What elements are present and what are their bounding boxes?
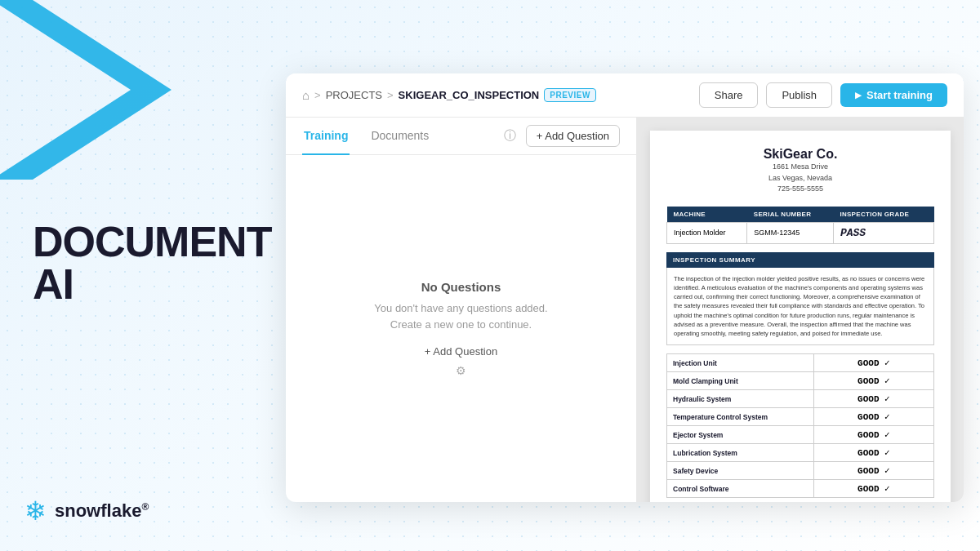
preview-badge: PREVIEW: [544, 88, 596, 102]
chevron-decoration: [0, 0, 196, 204]
checklist-row: Control SoftwareGOOD ✓: [667, 480, 934, 498]
registered-mark: ®: [141, 501, 149, 513]
breadcrumb-nav: ⌂ > PROJECTS > SKIGEAR_CO_INSPECTION PRE…: [302, 88, 699, 102]
summary-text: The inspection of the injection molder y…: [666, 268, 934, 346]
snowflake-icon: ❄: [24, 495, 47, 527]
checklist-value: GOOD ✓: [813, 444, 933, 462]
checklist-value: GOOD ✓: [813, 390, 933, 408]
empty-state-title: No Questions: [421, 280, 501, 294]
svg-marker-0: [0, 0, 172, 180]
header-actions: Share Publish Start training: [699, 82, 947, 108]
publish-button[interactable]: Publish: [766, 82, 832, 108]
checklist-row: Lubrication SystemGOOD ✓: [667, 444, 934, 462]
home-icon[interactable]: ⌂: [302, 88, 310, 102]
left-panel: Training Documents ⓘ + Add Question No Q…: [286, 118, 637, 502]
company-address-1: 1661 Mesa Drive: [666, 162, 934, 173]
brand-text: DOCUMENT AI: [33, 220, 271, 305]
machine-table: MACHINE SERIAL NUMBER INSPECTION GRADE I…: [666, 207, 934, 244]
checklist-item: Ejector System: [667, 426, 814, 444]
breadcrumb-separator-1: >: [314, 89, 321, 101]
checklist-row: Ejector SystemGOOD ✓: [667, 426, 934, 444]
checklist-row: Safety DeviceGOOD ✓: [667, 462, 934, 480]
main-panel: ⌂ > PROJECTS > SKIGEAR_CO_INSPECTION PRE…: [286, 73, 964, 502]
checklist-row: Mold Clamping UnitGOOD ✓: [667, 372, 934, 390]
breadcrumb-separator-2: >: [387, 89, 394, 101]
share-button[interactable]: Share: [699, 82, 759, 108]
checklist-row: Temperature Control SystemGOOD ✓: [667, 408, 934, 426]
document-preview-panel: SkiGear Co. 1661 Mesa Drive Las Vegas, N…: [637, 118, 964, 502]
table-row: Injection Molder SGMM-12345 PASS: [667, 222, 934, 243]
nav-projects[interactable]: PROJECTS: [326, 89, 382, 101]
grade-value: PASS: [833, 222, 933, 243]
tabs-bar: Training Documents ⓘ + Add Question: [286, 118, 636, 155]
brand-document: DOCUMENT: [33, 220, 271, 263]
add-question-button-top[interactable]: + Add Question: [526, 125, 620, 147]
summary-header: INSPECTION SUMMARY: [666, 252, 934, 268]
checklist-item: Control Software: [667, 480, 814, 498]
checklist-value: GOOD ✓: [813, 480, 933, 498]
checklist-value: GOOD ✓: [813, 354, 933, 372]
info-icon[interactable]: ⓘ: [504, 128, 516, 144]
snowflake-name: snowflake®: [55, 500, 149, 522]
snowflake-brand: ❄ snowflake®: [24, 495, 149, 527]
checklist-item: Hydraulic System: [667, 390, 814, 408]
checklist-value: GOOD ✓: [813, 426, 933, 444]
checklist-row: Injection UnitGOOD ✓: [667, 354, 934, 372]
checklist-item: Mold Clamping Unit: [667, 372, 814, 390]
company-header: SkiGear Co. 1661 Mesa Drive Las Vegas, N…: [666, 147, 934, 195]
serial-value: SGMM-12345: [747, 222, 834, 243]
col-machine: MACHINE: [667, 207, 747, 223]
document-sheet: SkiGear Co. 1661 Mesa Drive Las Vegas, N…: [650, 131, 951, 502]
company-address-2: Las Vegas, Nevada: [666, 173, 934, 184]
add-question-button-center[interactable]: + Add Question: [425, 345, 497, 358]
machine-value: Injection Molder: [667, 222, 747, 243]
settings-icon: ⚙: [456, 364, 466, 377]
checklist-item: Temperature Control System: [667, 408, 814, 426]
checklist-value: GOOD ✓: [813, 408, 933, 426]
nav-current-project: SKIGEAR_CO_INSPECTION: [399, 89, 540, 101]
checklist-item: Injection Unit: [667, 354, 814, 372]
checklist-value: GOOD ✓: [813, 462, 933, 480]
content-area: Training Documents ⓘ + Add Question No Q…: [286, 118, 964, 502]
checklist-item: Lubrication System: [667, 444, 814, 462]
checklist-row: Hydraulic SystemGOOD ✓: [667, 390, 934, 408]
checklist-item: Safety Device: [667, 462, 814, 480]
empty-state: No Questions You don't have any question…: [286, 155, 636, 502]
tab-training[interactable]: Training: [302, 118, 350, 155]
checklist-value: GOOD ✓: [813, 372, 933, 390]
company-phone: 725-555-5555: [666, 184, 934, 195]
checklist-table: Injection UnitGOOD ✓Mold Clamping UnitGO…: [666, 353, 934, 498]
empty-state-subtitle: You don't have any questions added. Crea…: [374, 300, 547, 332]
col-serial: SERIAL NUMBER: [747, 207, 834, 223]
header-bar: ⌂ > PROJECTS > SKIGEAR_CO_INSPECTION PRE…: [286, 73, 964, 118]
brand-ai: AI: [33, 263, 271, 305]
start-training-button[interactable]: Start training: [840, 83, 947, 107]
tab-documents[interactable]: Documents: [369, 118, 430, 155]
company-name: SkiGear Co.: [666, 147, 934, 162]
col-grade: INSPECTION GRADE: [833, 207, 933, 223]
tabs-actions: ⓘ + Add Question: [504, 125, 620, 147]
